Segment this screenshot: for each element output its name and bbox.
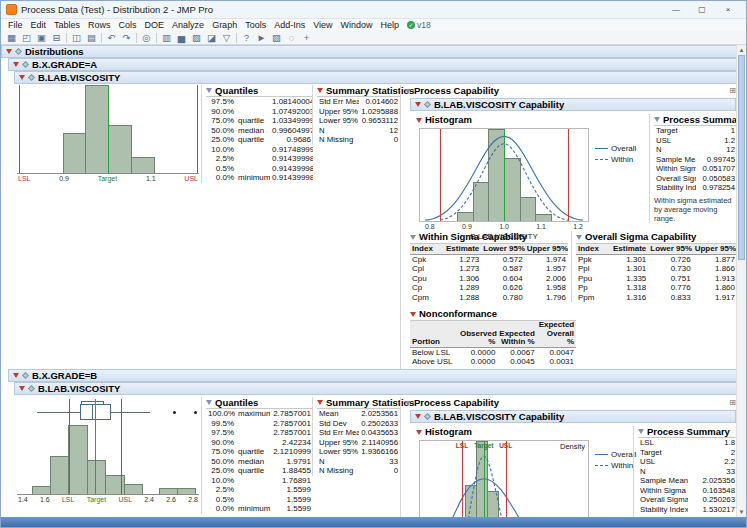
distribution-histogram-grade-a[interactable]: LSL0.9Target1.1USL [17,85,199,187]
menu-item-cols[interactable]: Cols [115,20,141,30]
histogram-bar[interactable] [124,484,143,494]
outline-viscosity-a[interactable]: B.LAB.VISCOSITY [14,71,736,84]
menu-item-file[interactable]: File [4,20,27,30]
fit-y-by-x-icon[interactable]: ▨ [189,31,204,44]
red-triangle-menu-icon[interactable] [6,49,12,54]
menu-item-edit[interactable]: Edit [27,20,51,30]
gray-triangle-icon[interactable] [654,117,660,122]
open-data-table-icon[interactable]: ⊞ [729,398,736,408]
table-row: 10.0%0.91748999 [206,145,313,155]
outlier-point[interactable] [173,411,176,414]
red-triangle-menu-icon[interactable] [415,414,421,419]
menu-item-graph[interactable]: Graph [208,20,241,30]
red-triangle-menu-icon[interactable] [19,75,25,80]
red-triangle-menu-icon[interactable] [317,88,323,93]
outline-grade-a[interactable]: B.X.GRADE=A [8,58,736,71]
disclosure-diamond-icon[interactable] [424,101,431,108]
scrollbar-thumb[interactable] [738,55,745,260]
menu-item-doe[interactable]: DOE [141,20,169,30]
capability-histogram-grade-a[interactable]: 0.80.91.01.11.2 B.LAB.VISCOSITY [419,128,589,244]
print-icon[interactable]: ⊟ [49,31,64,44]
red-triangle-menu-icon[interactable] [317,400,323,405]
outline-capability-b[interactable]: B.LAB.VISCOSITY Capability [410,410,736,423]
open-icon[interactable]: ◰ [19,31,34,44]
distribution-icon[interactable]: ▅ [174,31,189,44]
outline-capability-a[interactable]: B.LAB.VISCOSITY Capability [410,98,736,111]
open-data-table-icon[interactable]: ⊞ [729,86,736,96]
menu-item-view[interactable]: View [309,20,336,30]
histogram-bar[interactable] [68,425,87,494]
disclosure-diamond-icon[interactable] [22,372,29,379]
outlier-point[interactable] [194,411,197,414]
data-table-icon[interactable]: ▥ [159,31,174,44]
outline-grade-b[interactable]: B.X.GRADE=B [8,369,736,382]
histogram-bar[interactable] [105,475,124,494]
menu-item-rows[interactable]: Rows [84,20,115,30]
disclosure-diamond-icon[interactable] [15,48,22,55]
close-button[interactable]: × [715,1,741,19]
within-sigma-table: IndexEstimateLower 95%Upper 95% Cpk1.273… [410,243,568,302]
new-data-table-icon[interactable]: ▦ [4,31,19,44]
table-row: Ppm1.3160.8331.917 [576,293,736,303]
histogram-bar[interactable] [85,85,109,173]
histogram-bar[interactable] [177,488,196,494]
vertical-scrollbar[interactable]: ▲ ▼ [736,45,746,517]
red-triangle-menu-icon[interactable] [416,118,422,123]
histogram-bar[interactable] [159,488,178,494]
brush-tool-icon[interactable]: ▧ [269,31,284,44]
scroll-up-icon[interactable]: ▲ [737,45,746,55]
histogram-bar[interactable] [87,460,106,495]
distribution-histogram-grade-b[interactable]: 1.41.6LSLTargetUSL2.42.62.8 [17,399,199,507]
arrow-tool-icon[interactable]: ► [254,31,269,44]
histogram-bar[interactable] [131,157,155,173]
capability-histogram-grade-b[interactable]: LSL Target USL Density [419,440,589,517]
undo-icon[interactable]: ↶ [104,31,119,44]
red-triangle-menu-icon[interactable] [416,430,422,435]
disclosure-diamond-icon[interactable] [22,61,29,68]
histogram-bar[interactable] [108,125,132,173]
save-icon[interactable]: ▣ [34,31,49,44]
red-triangle-menu-icon[interactable] [410,312,416,317]
red-triangle-menu-icon[interactable] [13,62,19,67]
paste-icon[interactable]: ▤ [84,31,99,44]
red-triangle-menu-icon[interactable] [13,373,19,378]
red-triangle-menu-icon[interactable] [415,102,421,107]
data-filter-icon[interactable]: ▽ [219,31,234,44]
gray-triangle-icon[interactable] [405,401,411,406]
maximize-button[interactable]: ▢ [689,1,715,19]
disclosure-diamond-icon[interactable] [28,385,35,392]
magnifier-icon[interactable]: ◎ [139,31,154,44]
disclosure-diamond-icon[interactable] [424,413,431,420]
update-check-icon[interactable]: ✓ [407,21,415,29]
gray-triangle-icon[interactable] [206,400,212,405]
crosshair-tool-icon[interactable]: + [299,31,314,44]
histogram-bar[interactable] [63,133,87,173]
menu-item-tools[interactable]: Tools [241,20,270,30]
histogram-bar[interactable] [50,456,69,494]
menu-item-help[interactable]: Help [377,20,404,30]
menu-item-window[interactable]: Window [337,20,377,30]
lasso-tool-icon[interactable]: ◌ [284,31,299,44]
menu-item-analyze[interactable]: Analyze [168,20,208,30]
outline-distributions[interactable]: Distributions [1,45,736,58]
outline-viscosity-b[interactable]: B.LAB.VISCOSITY [14,382,736,395]
histogram-bar[interactable] [32,486,51,494]
redo-icon[interactable]: ↷ [119,31,134,44]
gray-triangle-icon[interactable] [638,429,644,434]
axis-label: 2.4 [144,496,154,505]
scroll-down-icon[interactable]: ▼ [737,507,746,517]
copy-icon[interactable]: ◫ [69,31,84,44]
red-triangle-menu-icon[interactable] [19,386,25,391]
graph-builder-icon[interactable]: ◪ [204,31,219,44]
menu-item-tables[interactable]: Tables [50,20,84,30]
gray-triangle-icon[interactable] [576,235,582,240]
help-icon[interactable]: ? [239,31,254,44]
box-plot[interactable] [17,399,199,425]
within-sigma-panel: Within Sigma Capability IndexEstimateLow… [410,231,568,302]
minimize-button[interactable]: — [663,1,689,19]
gray-triangle-icon[interactable] [405,89,411,94]
gray-triangle-icon[interactable] [206,88,212,93]
gray-triangle-icon[interactable] [410,235,416,240]
menu-item-addins[interactable]: Add-Ins [270,20,309,30]
disclosure-diamond-icon[interactable] [28,74,35,81]
